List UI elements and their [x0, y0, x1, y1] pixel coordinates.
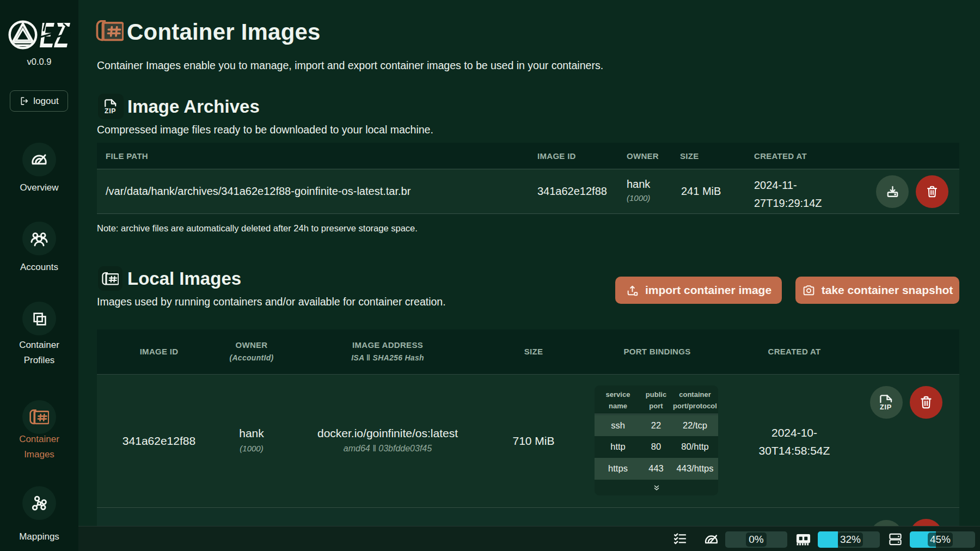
svg-text:ZIP: ZIP: [880, 403, 892, 410]
svg-text:ZIP: ZIP: [105, 107, 116, 114]
